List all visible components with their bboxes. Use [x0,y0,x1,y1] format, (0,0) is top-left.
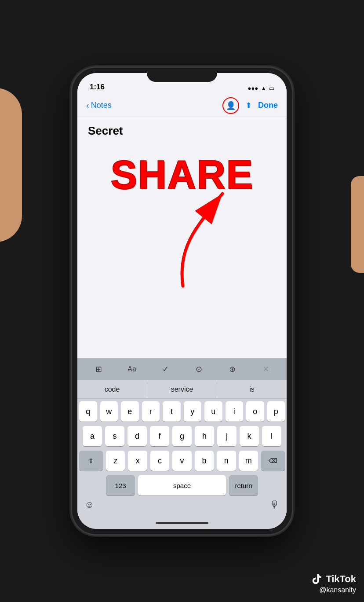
key-b[interactable]: b [195,451,214,471]
table-icon: ⊞ [95,364,102,374]
key-shift[interactable]: ⇧ [79,451,103,471]
note-content-area[interactable]: Secret SHARE [77,117,287,358]
key-numbers[interactable]: 123 [106,475,135,496]
tiktok-watermark: TikTok @kansanity [311,573,356,594]
format-icon: Aa [127,365,136,373]
key-c[interactable]: c [150,451,169,471]
wifi-icon: ▲ [261,85,266,92]
tiktok-handle: @kansanity [319,586,356,594]
camera-icon: ⊙ [196,364,202,374]
key-x[interactable]: x [128,451,147,471]
home-bar [156,522,208,524]
phone-screen: 1:16 ●●● ▲ ▭ ‹ Notes 👤 ⬆ Done Secre [77,73,287,529]
markup-toolbar-button[interactable]: ⊛ [224,361,240,377]
key-return[interactable]: return [229,475,258,496]
share-collaborator-button[interactable]: 👤 [222,97,239,114]
phone-frame: 1:16 ●●● ▲ ▭ ‹ Notes 👤 ⬆ Done Secre [72,68,292,534]
export-button[interactable]: ⬆ [245,101,252,110]
key-q[interactable]: q [79,401,97,422]
key-a[interactable]: a [83,426,102,446]
keyboard-toolbar: ⊞ Aa ✓ ⊙ ⊛ ✕ [77,358,287,380]
key-u[interactable]: u [204,401,222,422]
note-title: Secret [88,124,276,138]
key-s[interactable]: s [105,426,124,446]
signal-icon: ●●● [248,85,258,92]
chevron-left-icon: ‹ [86,100,89,110]
checklist-toolbar-button[interactable]: ✓ [157,361,173,377]
key-k[interactable]: k [240,426,259,446]
nav-back-button[interactable]: ‹ Notes [86,100,112,110]
phone-notch [147,68,217,82]
key-y[interactable]: y [184,401,202,422]
key-f[interactable]: f [150,426,169,446]
key-l[interactable]: l [262,426,281,446]
key-e[interactable]: e [121,401,139,422]
autocomplete-item-service[interactable]: service [147,382,217,397]
hand-left [0,88,22,242]
nav-bar: ‹ Notes 👤 ⬆ Done [77,94,287,117]
arrow-circle-icon: ⊛ [229,364,236,374]
nav-actions: 👤 ⬆ Done [222,97,278,114]
key-m[interactable]: m [239,451,258,471]
share-annotation-text: SHARE [77,152,287,198]
key-h[interactable]: h [195,426,214,446]
close-toolbar-button[interactable]: ✕ [258,361,273,377]
emoji-button[interactable]: ☺ [84,499,94,510]
done-button[interactable]: Done [258,101,278,110]
format-toolbar-button[interactable]: Aa [124,361,140,377]
tiktok-logo-icon [311,573,323,585]
key-w[interactable]: w [100,401,118,422]
tiktok-brand: TikTok [311,573,356,585]
key-t[interactable]: t [163,401,181,422]
key-row-2: a s d f g h j k l [79,426,285,446]
key-space[interactable]: space [138,475,226,496]
key-v[interactable]: v [172,451,191,471]
home-indicator [77,517,287,529]
key-n[interactable]: n [217,451,236,471]
key-d[interactable]: d [127,426,147,446]
key-row-3: ⇧ z x c v b n m ⌫ [79,451,285,471]
check-circle-icon: ✓ [162,364,169,374]
status-icons: ●●● ▲ ▭ [248,85,274,92]
person-add-icon: 👤 [226,101,236,110]
key-row-bottom: 123 space return [79,475,285,496]
tiktok-name: TikTok [326,573,356,585]
key-j[interactable]: j [217,426,237,446]
arrow-annotation-svg [77,117,287,358]
autocomplete-item-is[interactable]: is [217,382,287,397]
autocomplete-bar: code service is [77,380,287,399]
key-delete[interactable]: ⌫ [261,451,285,471]
keyboard-rows: q w e r t y u i o p a s d f g [77,399,287,496]
battery-icon: ▭ [269,85,274,92]
autocomplete-item-code[interactable]: code [77,382,147,397]
key-i[interactable]: i [226,401,244,422]
microphone-button[interactable]: 🎙 [270,499,280,510]
close-icon: ✕ [262,364,269,374]
key-row-1: q w e r t y u i o p [79,401,285,422]
camera-toolbar-button[interactable]: ⊙ [191,361,207,377]
key-r[interactable]: r [142,401,160,422]
nav-back-label: Notes [91,101,112,110]
keyboard-bottom-bar: ☺ 🎙 [77,496,287,513]
table-toolbar-button[interactable]: ⊞ [91,361,106,377]
hand-right [351,176,364,273]
key-z[interactable]: z [106,451,125,471]
status-time: 1:16 [90,83,105,92]
key-g[interactable]: g [172,426,192,446]
key-o[interactable]: o [246,401,264,422]
key-p[interactable]: p [267,401,285,422]
keyboard-area: code service is q w e r t y u i o p [77,380,287,517]
